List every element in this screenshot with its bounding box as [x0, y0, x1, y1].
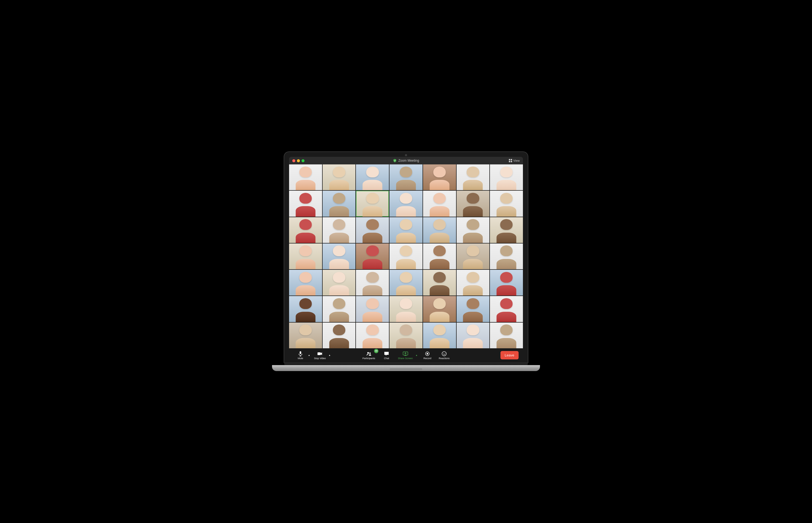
participant-face	[390, 323, 422, 348]
reactions-button[interactable]: Reactions	[437, 350, 452, 361]
video-cell[interactable]	[457, 191, 490, 216]
video-cell[interactable]	[490, 323, 523, 348]
video-cell[interactable]	[457, 244, 490, 269]
participant-face	[423, 164, 456, 190]
video-cell[interactable]	[356, 164, 389, 190]
participant-face	[289, 244, 322, 269]
record-button[interactable]: Record	[420, 350, 434, 361]
video-cell[interactable]	[356, 323, 389, 348]
toolbar-left: Mute ▲ Stop Video ▲	[294, 350, 331, 361]
video-cell[interactable]	[490, 296, 523, 322]
mute-button[interactable]: Mute	[294, 350, 307, 361]
svg-rect-1	[511, 159, 512, 160]
view-button[interactable]: View	[509, 159, 520, 162]
video-cell[interactable]	[390, 296, 422, 322]
video-cell[interactable]	[457, 217, 490, 243]
stop-video-label: Stop Video	[314, 357, 326, 360]
video-cell[interactable]	[490, 164, 523, 190]
participant-face	[323, 244, 356, 269]
toolbar-right: Leave	[501, 351, 518, 359]
video-cell[interactable]	[390, 217, 422, 243]
participant-face	[323, 296, 356, 322]
video-cell[interactable]	[390, 244, 422, 269]
participant-face	[490, 323, 523, 348]
video-cell[interactable]	[323, 164, 356, 190]
participant-face	[457, 323, 490, 348]
traffic-lights	[292, 159, 304, 162]
video-cell[interactable]	[323, 296, 356, 322]
video-cell[interactable]	[289, 217, 322, 243]
video-cell[interactable]	[423, 244, 456, 269]
participant-face	[356, 244, 389, 269]
share-screen-arrow[interactable]: ▲	[415, 353, 418, 358]
participant-face	[423, 217, 456, 243]
share-screen-button[interactable]: Share Screen	[396, 350, 415, 361]
video-cell[interactable]	[323, 323, 356, 348]
video-cell[interactable]	[356, 296, 389, 322]
video-cell[interactable]	[390, 270, 422, 295]
video-cell[interactable]	[289, 164, 322, 190]
video-cell[interactable]	[490, 217, 523, 243]
participant-face	[289, 270, 322, 295]
participant-face	[423, 191, 456, 216]
video-cell[interactable]	[423, 323, 456, 348]
video-cell[interactable]	[323, 244, 356, 269]
video-cell[interactable]	[490, 270, 523, 295]
video-cell[interactable]	[356, 191, 389, 216]
leave-button[interactable]: Leave	[501, 351, 518, 359]
video-cell[interactable]	[390, 191, 422, 216]
participant-face	[490, 164, 523, 190]
chat-button[interactable]: Chat	[379, 350, 394, 361]
video-cell[interactable]	[390, 164, 422, 190]
laptop: Zoom Meeting View	[284, 152, 528, 371]
participant-face	[356, 323, 389, 348]
participant-face	[390, 191, 422, 216]
close-button[interactable]	[292, 159, 295, 162]
video-cell[interactable]	[289, 244, 322, 269]
video-cell[interactable]	[423, 164, 456, 190]
video-cell[interactable]	[390, 323, 422, 348]
video-arrow[interactable]: ▲	[328, 353, 331, 358]
video-cell[interactable]	[457, 270, 490, 295]
video-cell[interactable]	[289, 323, 322, 348]
participant-face	[323, 217, 356, 243]
maximize-button[interactable]	[302, 159, 304, 162]
video-cell[interactable]	[490, 244, 523, 269]
participant-face	[490, 217, 523, 243]
video-cell[interactable]	[423, 270, 456, 295]
video-cell[interactable]	[423, 191, 456, 216]
participant-face	[356, 296, 389, 322]
share-screen-control: Share Screen ▲	[396, 350, 418, 361]
participant-face	[457, 164, 490, 190]
toolbar-center: Participants 49 Chat	[360, 350, 452, 361]
video-cell[interactable]	[423, 217, 456, 243]
video-cell[interactable]	[356, 217, 389, 243]
video-cell[interactable]	[457, 164, 490, 190]
video-cell[interactable]	[323, 191, 356, 216]
video-cell[interactable]	[356, 270, 389, 295]
video-cell[interactable]	[289, 191, 322, 216]
participant-face	[457, 217, 490, 243]
participant-face	[289, 296, 322, 322]
video-cell[interactable]	[490, 191, 523, 216]
chat-icon	[384, 351, 389, 357]
chat-label: Chat	[384, 357, 389, 360]
minimize-button[interactable]	[297, 159, 300, 162]
video-cell[interactable]	[289, 296, 322, 322]
video-cell[interactable]	[457, 323, 490, 348]
video-cell[interactable]	[289, 270, 322, 295]
video-cell[interactable]	[457, 296, 490, 322]
video-cell[interactable]	[323, 217, 356, 243]
svg-rect-4	[300, 351, 301, 354]
mute-arrow[interactable]: ▲	[307, 353, 311, 358]
microphone-icon	[298, 351, 303, 357]
video-cell[interactable]	[423, 296, 456, 322]
participant-face	[457, 244, 490, 269]
video-cell[interactable]	[356, 244, 389, 269]
participant-face	[323, 191, 356, 216]
record-icon	[425, 351, 430, 357]
participant-face	[457, 191, 490, 216]
video-cell[interactable]	[323, 270, 356, 295]
stop-video-button[interactable]: Stop Video	[312, 350, 328, 361]
svg-point-17	[445, 353, 445, 354]
